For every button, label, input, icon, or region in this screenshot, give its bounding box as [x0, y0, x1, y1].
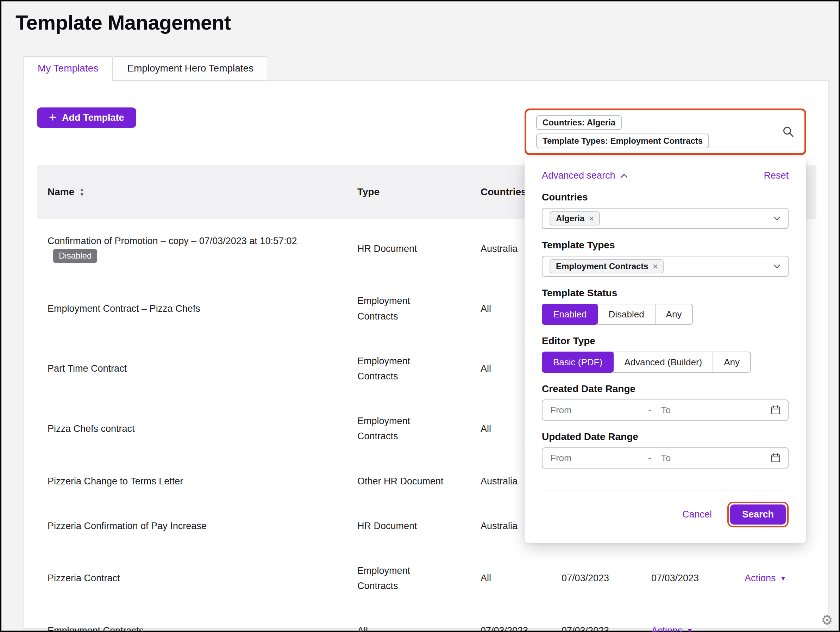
template-type: Employment Contracts — [347, 339, 470, 399]
chevron-up-icon — [621, 173, 628, 178]
search-button[interactable]: Search — [730, 504, 786, 524]
actions-menu-button[interactable]: Actions ▼ — [745, 571, 786, 586]
created-date-range-input: - — [542, 399, 789, 421]
caret-down-icon: ▼ — [780, 573, 786, 584]
countries-label: Countries — [542, 192, 789, 203]
editor-option-advanced-builder[interactable]: Advanced (Builder) — [613, 352, 713, 373]
close-icon[interactable]: × — [589, 214, 594, 223]
selected-country-label: Algeria — [556, 214, 584, 223]
template-status-segmented: Enabled Disabled Any — [542, 304, 693, 325]
template-name: Employment Contract – Pizza Chefs — [47, 303, 201, 314]
template-status-label: Template Status — [542, 287, 789, 299]
updated-to-input[interactable] — [660, 452, 713, 464]
editor-type-label: Editor Type — [542, 335, 789, 347]
page-title: Template Management — [16, 11, 838, 34]
template-updated: 07/03/2023 — [551, 608, 641, 632]
template-name: Pizzeria Contract — [47, 573, 120, 583]
add-template-button[interactable]: + Add Template — [37, 108, 136, 128]
tab-bar: My Templates Employment Hero Templates — [23, 56, 268, 81]
panel-divider — [542, 490, 789, 490]
chevron-down-icon — [773, 216, 781, 221]
cancel-button[interactable]: Cancel — [682, 509, 712, 520]
template-created: 07/03/2023 — [470, 608, 551, 632]
template-name: Pizzeria Change to Terms Letter — [47, 476, 183, 486]
template-type: Employment Contracts — [347, 548, 470, 608]
filter-chip-list: Countries: Algeria Template Types: Emplo… — [536, 115, 709, 148]
template-type: All — [347, 608, 470, 632]
table-row[interactable]: Pizzeria Contract Employment Contracts A… — [37, 548, 816, 608]
template-name: Confirmation of Promotion – copy – 07/03… — [47, 236, 297, 246]
editor-type-segmented: Basic (PDF) Advanced (Builder) Any — [542, 352, 751, 373]
tab-employment-hero-templates[interactable]: Employment Hero Templates — [112, 56, 268, 81]
selected-country-chip[interactable]: Algeria × — [549, 211, 600, 225]
template-name: Employment Contracts — [47, 625, 144, 632]
add-template-label: Add Template — [62, 112, 124, 123]
actions-menu-button[interactable]: Actions ▼ — [651, 623, 693, 632]
updated-date-range-label: Updated Date Range — [542, 431, 789, 442]
template-types-label: Template Types — [542, 239, 789, 251]
search-button-highlight: Search — [727, 502, 789, 527]
created-date-range-label: Created Date Range — [542, 383, 789, 394]
updated-date-range-input: - — [542, 447, 789, 469]
actions-label: Actions — [651, 623, 683, 632]
sort-icon[interactable]: ▲▼ — [79, 187, 84, 196]
template-name: Pizzeria Confirmation of Pay Increase — [47, 521, 207, 531]
date-range-separator: - — [648, 453, 651, 464]
actions-label: Actions — [745, 571, 776, 586]
selected-template-type-chip[interactable]: Employment Contracts × — [549, 259, 664, 273]
filter-chip-countries[interactable]: Countries: Algeria — [536, 115, 622, 130]
column-header-type: Type — [347, 165, 470, 219]
template-type: Employment Contracts — [347, 279, 470, 339]
template-types-select[interactable]: Employment Contracts × — [542, 256, 789, 277]
template-countries: All — [470, 548, 551, 608]
status-option-disabled[interactable]: Disabled — [597, 304, 655, 325]
status-badge: Disabled — [53, 249, 97, 263]
close-icon[interactable]: × — [653, 262, 658, 271]
chevron-down-icon — [773, 264, 781, 269]
advanced-search-toggle[interactable]: Advanced search — [542, 170, 628, 181]
updated-from-input[interactable] — [549, 452, 648, 464]
template-updated: 07/03/2023 — [641, 548, 734, 608]
date-range-separator: - — [648, 405, 651, 416]
calendar-icon[interactable] — [770, 405, 781, 415]
editor-option-basic-pdf[interactable]: Basic (PDF) — [542, 352, 614, 373]
status-option-enabled[interactable]: Enabled — [542, 304, 598, 325]
search-icon[interactable] — [782, 125, 794, 138]
search-filter-box[interactable]: Countries: Algeria Template Types: Emplo… — [524, 109, 806, 155]
template-created: 07/03/2023 — [551, 548, 641, 608]
created-to-input[interactable] — [660, 404, 713, 416]
tab-my-templates[interactable]: My Templates — [23, 56, 113, 81]
advanced-search-panel: Advanced search Reset Countries Algeria … — [524, 157, 806, 543]
template-type: Other HR Document — [347, 459, 470, 504]
status-option-any[interactable]: Any — [655, 304, 693, 325]
editor-option-any[interactable]: Any — [712, 352, 751, 373]
advanced-search-label: Advanced search — [542, 170, 616, 181]
gear-icon[interactable]: ⚙ — [821, 612, 833, 628]
template-type: Employment Contracts — [347, 399, 470, 459]
calendar-icon[interactable] — [770, 453, 781, 463]
countries-select[interactable]: Algeria × — [542, 208, 789, 229]
filter-chip-template-types[interactable]: Template Types: Employment Contracts — [536, 133, 709, 148]
app-frame: Template Management My Templates Employm… — [0, 0, 840, 632]
column-header-name-label: Name — [47, 186, 74, 198]
template-type: HR Document — [347, 504, 470, 548]
table-row[interactable]: Employment Contracts All 07/03/2023 07/0… — [37, 608, 816, 632]
selected-template-type-label: Employment Contracts — [556, 261, 649, 271]
template-name: Pizza Chefs contract — [47, 423, 135, 434]
plus-icon: + — [49, 111, 56, 124]
reset-button[interactable]: Reset — [764, 170, 789, 181]
caret-down-icon: ▼ — [687, 626, 693, 632]
template-name: Part Time Contract — [47, 363, 127, 374]
template-type: HR Document — [347, 219, 470, 279]
created-from-input[interactable] — [549, 404, 648, 416]
column-header-name[interactable]: Name ▲▼ — [37, 165, 347, 219]
templates-card: + Add Template Countries: Algeria Templa… — [23, 80, 829, 629]
